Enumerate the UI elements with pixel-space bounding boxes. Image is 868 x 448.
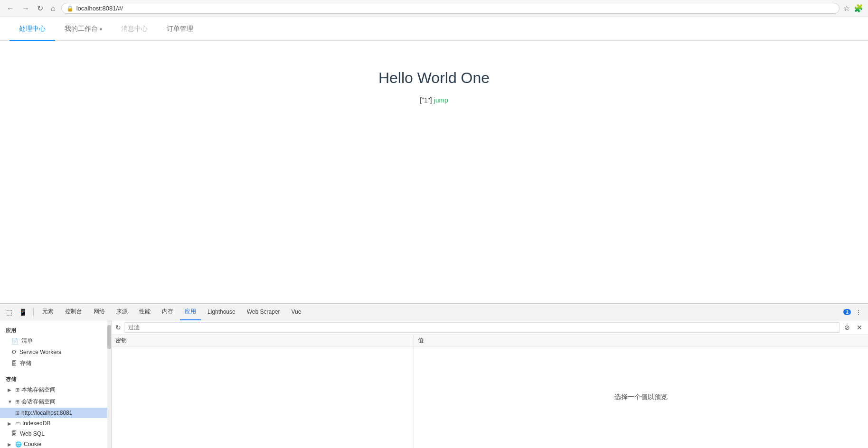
filter-bar: ↻ ⊘ ✕: [112, 320, 868, 325]
nav-item-workbench[interactable]: 我的工作台 ▾: [55, 18, 112, 41]
devtools-toolbar: ⬚ 📱 元素 控制台 网络 来源 性能 内存 应用 Lighthouse Web…: [0, 304, 868, 320]
devtools-sidebar: 应用 📄 清单 ⚙ Service Workers 🗄 存储 存储 ▶ ⊞ 本地…: [0, 320, 112, 325]
chevron-down-icon: ▾: [100, 27, 102, 32]
scrollbar-track[interactable]: [107, 320, 111, 325]
tab-webscraper[interactable]: Web Scraper: [242, 304, 285, 320]
devtools-main-panel: ↻ ⊘ ✕ 密钥 值 选择一个值以预览: [112, 320, 868, 325]
page-link-row: ["1"] jump: [420, 96, 448, 104]
back-button[interactable]: ←: [5, 3, 16, 14]
page-title: Hello World One: [378, 69, 490, 87]
devtools-menu-icon[interactable]: ⋮: [853, 307, 864, 317]
errors-badge: 1: [843, 309, 851, 315]
tab-lighthouse[interactable]: Lighthouse: [203, 304, 240, 320]
jump-link[interactable]: jump: [434, 96, 448, 104]
address-bar[interactable]: 🔒 localhost:8081/#/: [61, 3, 840, 14]
toolbar-separator: [33, 308, 34, 317]
home-button[interactable]: ⌂: [49, 3, 57, 14]
link-prefix: ["1"]: [420, 96, 432, 104]
tab-memory[interactable]: 内存: [157, 304, 178, 320]
tab-application[interactable]: 应用: [180, 304, 201, 320]
devtools-body: 应用 📄 清单 ⚙ Service Workers 🗄 存储 存储 ▶ ⊞ 本地…: [0, 320, 868, 325]
tab-network[interactable]: 网络: [89, 304, 110, 320]
browser-action-icons: ☆ 🧩: [843, 4, 863, 13]
filter-input[interactable]: [124, 322, 840, 325]
url-text: localhost:8081/#/: [76, 5, 834, 12]
section-app-label: 应用: [0, 324, 111, 325]
filter-close-button[interactable]: ✕: [855, 323, 864, 325]
tab-performance[interactable]: 性能: [134, 304, 155, 320]
app-nav: 处理中心 我的工作台 ▾ 消息中心 订单管理: [0, 17, 868, 41]
star-icon[interactable]: ☆: [843, 4, 850, 13]
nav-item-messages: 消息中心: [112, 18, 157, 41]
tab-vue[interactable]: Vue: [287, 304, 306, 320]
forward-button[interactable]: →: [20, 3, 31, 14]
refresh-storage-button[interactable]: ↻: [115, 324, 121, 325]
nav-item-orders[interactable]: 订单管理: [157, 18, 203, 41]
devtools-device-button[interactable]: 📱: [17, 307, 29, 317]
extension-icon[interactable]: 🧩: [854, 4, 863, 13]
refresh-button[interactable]: ↻: [35, 3, 45, 14]
tab-console[interactable]: 控制台: [60, 304, 87, 320]
devtools-inspect-button[interactable]: ⬚: [4, 307, 15, 317]
devtools-panel: ⬚ 📱 元素 控制台 网络 来源 性能 内存 应用 Lighthouse Web…: [0, 303, 868, 325]
nav-item-processing[interactable]: 处理中心: [9, 18, 55, 41]
browser-chrome: ← → ↻ ⌂ 🔒 localhost:8081/#/ ☆ 🧩: [0, 0, 868, 17]
filter-clear-button[interactable]: ⊘: [842, 323, 852, 325]
app-area: 处理中心 我的工作台 ▾ 消息中心 订单管理 Hello World One […: [0, 17, 868, 325]
tab-sources[interactable]: 来源: [112, 304, 132, 320]
tab-elements[interactable]: 元素: [38, 304, 58, 320]
app-content: Hello World One ["1"] jump: [0, 41, 868, 132]
